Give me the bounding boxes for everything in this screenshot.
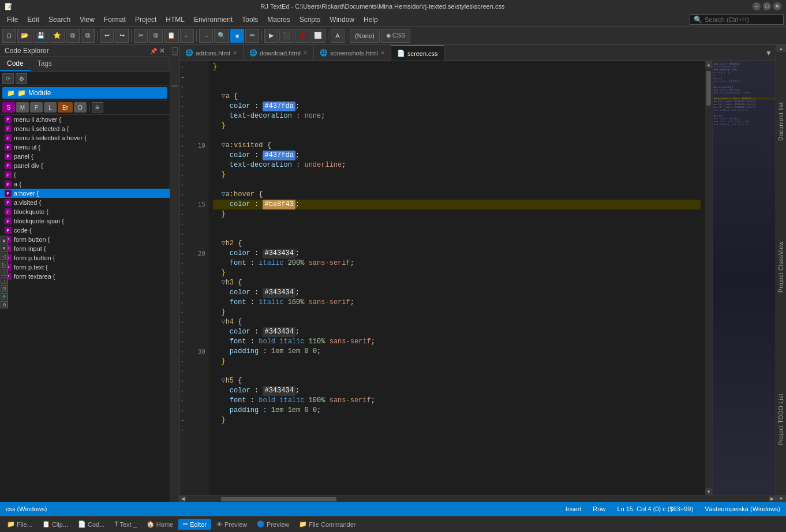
menu-macros[interactable]: Macros — [263, 14, 294, 25]
list-item[interactable]: Pmenu li.selected a { — [0, 124, 170, 133]
clone-button[interactable]: ⧉ — [66, 29, 80, 43]
list-item[interactable]: Pform p.text { — [0, 263, 170, 272]
list-item[interactable]: Pform textarea { — [0, 272, 170, 281]
copy-button[interactable]: ⧉ — [149, 29, 163, 43]
list-item[interactable]: Ppanel div { — [0, 161, 170, 170]
bottom-tab-code[interactable]: 📄 Cod... — [73, 519, 109, 530]
ce-close-button[interactable]: ✕ — [159, 47, 165, 55]
font-button[interactable]: A — [331, 29, 345, 43]
left-tb-refresh[interactable]: ⟳ — [1, 293, 8, 300]
list-item-selected[interactable]: Pa:hover { — [0, 189, 170, 198]
list-item[interactable]: Pform input { — [0, 244, 170, 253]
vscroll-thumb[interactable] — [706, 71, 711, 106]
list-item[interactable]: Pmenu li a:hover { — [0, 115, 170, 124]
list-item[interactable]: Pa:visited { — [0, 198, 170, 207]
snippet-l-button[interactable]: L — [44, 102, 57, 113]
ce-refresh-button[interactable]: ⟳ — [2, 73, 14, 84]
left-tb-expand2[interactable]: ▷ — [1, 261, 8, 268]
menu-html[interactable]: HTML — [161, 14, 189, 25]
right-panel-vscroll-down[interactable]: ▼ — [776, 495, 786, 502]
menu-view[interactable]: View — [75, 14, 99, 25]
bookmark-button[interactable]: ⭐ — [50, 29, 65, 43]
record-button[interactable]: ⏺ — [295, 29, 309, 43]
list-item[interactable]: Pmenu li.selected a:hover { — [0, 133, 170, 143]
maximize-button[interactable]: □ — [763, 2, 771, 10]
clone2-button[interactable]: ⧉ — [81, 29, 95, 43]
list-item[interactable]: Pform p.button { — [0, 253, 170, 263]
paste-button[interactable]: 📋 — [164, 29, 179, 43]
menu-file[interactable]: File — [2, 14, 23, 25]
left-tb-expand[interactable]: ▼ — [1, 245, 8, 252]
find-button[interactable]: → — [199, 29, 213, 43]
stop-button[interactable]: ⬜ — [310, 29, 325, 43]
search-input[interactable] — [705, 16, 780, 23]
list-item[interactable]: Pform button { — [0, 235, 170, 244]
left-tb-up[interactable]: ▲ — [1, 237, 8, 243]
list-item[interactable]: Ppanel { — [0, 152, 170, 161]
tab-scroll-button[interactable]: ▼ — [762, 45, 776, 61]
menu-search[interactable]: Search — [44, 14, 75, 25]
new-file-button[interactable]: 🗋 — [2, 29, 16, 43]
module-item[interactable]: 📁 Module — [2, 87, 167, 99]
hscroll-thumb[interactable] — [221, 497, 336, 501]
menu-scripts[interactable]: Scripts — [295, 14, 325, 25]
vscroll-down-button[interactable]: ▼ — [705, 488, 712, 495]
cut-button[interactable]: ✂ — [134, 29, 148, 43]
left-tb-filter[interactable]: ⊡ — [1, 285, 8, 292]
close-button[interactable]: ✕ — [773, 2, 781, 10]
list-item[interactable]: Pblockquote span { — [0, 216, 170, 226]
menu-window[interactable]: Window — [325, 14, 359, 25]
snippet-grid-button[interactable]: ⊞ — [92, 102, 103, 113]
right-panel-vscroll-up[interactable]: ▲ — [776, 45, 786, 52]
list-item[interactable]: P{ — [0, 170, 170, 179]
code-editor[interactable]: } ▽a { color : #437fda; text-decoration … — [208, 61, 705, 495]
bottom-tab-file-commander[interactable]: 📁 File Commander — [294, 519, 360, 530]
bottom-tab-home[interactable]: 🏠 Home — [142, 519, 178, 530]
bottom-tab-preview1[interactable]: 👁 Preview — [212, 519, 252, 530]
horizontal-scrollbar[interactable]: ◀ ▶ — [179, 495, 776, 502]
hscroll-right-button[interactable]: ▶ — [769, 496, 776, 503]
vertical-scrollbar[interactable]: ▲ ▼ — [705, 61, 712, 495]
css-button[interactable]: ◆ CSS — [381, 29, 411, 43]
left-tb-shrink[interactable]: ◁ — [1, 253, 8, 260]
tab-close-download[interactable]: ✕ — [303, 50, 308, 56]
run-button[interactable]: ▶ — [264, 29, 278, 43]
bottom-tab-clip[interactable]: 📋 Clip... — [38, 519, 73, 530]
vscroll-up-button[interactable]: ▲ — [705, 61, 712, 68]
left-tb-sort[interactable]: ↑ — [1, 269, 8, 276]
right-panel-project-classview[interactable]: Project ClassView — [777, 238, 785, 296]
snippet-er-button[interactable]: Er — [58, 102, 73, 113]
undo-button[interactable]: ↩ — [100, 29, 114, 43]
back-button[interactable]: ← — [180, 29, 194, 43]
right-panel-todo-list[interactable]: Project TODO List — [777, 390, 785, 448]
editor-toggle-button[interactable]: ■ — [230, 29, 244, 43]
list-item[interactable]: Pmenu ul { — [0, 143, 170, 152]
hscroll-left-button[interactable]: ◀ — [179, 496, 186, 503]
bottom-tab-preview2[interactable]: 🔵 Preview — [252, 519, 294, 530]
tab-tags[interactable]: Tags — [31, 57, 59, 71]
menu-tools[interactable]: Tools — [237, 14, 263, 25]
snippet-p-button[interactable]: P — [30, 102, 43, 113]
tab-close-addons[interactable]: ✕ — [233, 50, 237, 56]
list-item[interactable]: Pa { — [0, 179, 170, 189]
tab-download-html[interactable]: 🌐 download.html ✕ — [244, 45, 314, 61]
redo-button[interactable]: ↪ — [115, 29, 129, 43]
search-button[interactable]: 🔍 — [214, 29, 229, 43]
menu-help[interactable]: Help — [359, 14, 383, 25]
menu-project[interactable]: Project — [130, 14, 161, 25]
tab-close-screenshots[interactable]: ✕ — [380, 50, 385, 56]
right-panel-document-list[interactable]: Document list — [777, 99, 785, 144]
tab-code[interactable]: Code — [0, 57, 31, 71]
left-tb-settings[interactable]: ⚙ — [1, 301, 8, 308]
menu-environment[interactable]: Environment — [189, 14, 237, 25]
bottom-tab-file[interactable]: 📁 File... — [2, 519, 37, 530]
debug-button[interactable]: ⬛ — [279, 29, 294, 43]
none-button[interactable]: (None) — [350, 29, 380, 43]
ce-config-button[interactable]: ⚙ — [16, 73, 27, 84]
save-button[interactable]: 💾 — [33, 29, 48, 43]
tab-screenshots-html[interactable]: 🌐 screenshots.html ✕ — [314, 45, 391, 61]
list-item[interactable]: Pcode { — [0, 226, 170, 235]
bottom-tab-text[interactable]: T Text _ — [110, 519, 141, 530]
menu-format[interactable]: Format — [99, 14, 130, 25]
snippet-o-button[interactable]: O — [74, 102, 87, 113]
